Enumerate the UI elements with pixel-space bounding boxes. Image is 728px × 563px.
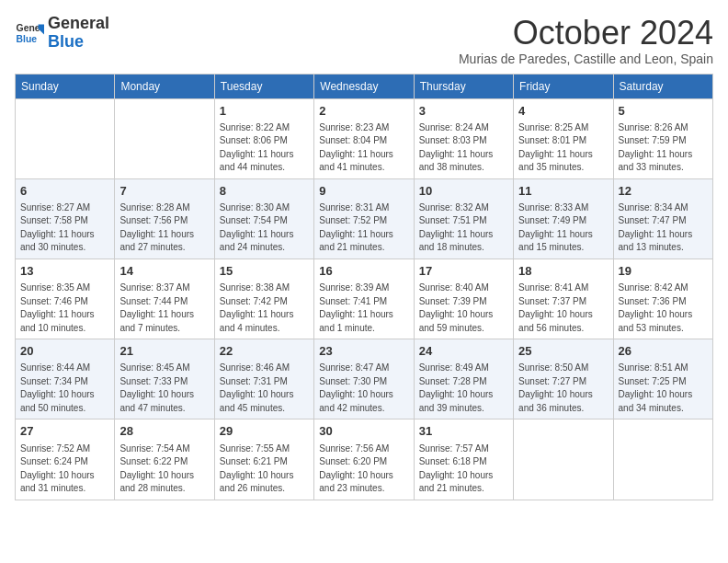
day-number: 31 bbox=[419, 423, 508, 440]
calendar-day-cell: 11Sunrise: 8:33 AMSunset: 7:49 PMDayligh… bbox=[514, 178, 613, 259]
day-number: 28 bbox=[119, 423, 209, 440]
calendar-day-cell bbox=[16, 98, 115, 178]
day-info: Sunrise: 8:30 AMSunset: 7:54 PMDaylight:… bbox=[220, 201, 309, 255]
calendar-header-row: SundayMondayTuesdayWednesdayThursdayFrid… bbox=[16, 74, 713, 98]
calendar-day-cell: 8Sunrise: 8:30 AMSunset: 7:54 PMDaylight… bbox=[214, 178, 313, 259]
calendar-day-cell: 4Sunrise: 8:25 AMSunset: 8:01 PMDaylight… bbox=[514, 98, 613, 178]
calendar-day-cell: 16Sunrise: 8:39 AMSunset: 7:41 PMDayligh… bbox=[314, 259, 414, 339]
calendar-body: 1Sunrise: 8:22 AMSunset: 8:06 PMDaylight… bbox=[16, 98, 713, 500]
calendar-day-cell: 25Sunrise: 8:50 AMSunset: 7:27 PMDayligh… bbox=[514, 339, 613, 419]
day-info: Sunrise: 8:39 AMSunset: 7:41 PMDaylight:… bbox=[319, 282, 408, 335]
calendar-day-cell bbox=[514, 419, 613, 500]
calendar-day-cell: 17Sunrise: 8:40 AMSunset: 7:39 PMDayligh… bbox=[414, 259, 513, 339]
day-number: 21 bbox=[119, 343, 209, 360]
day-number: 15 bbox=[220, 263, 309, 280]
day-info: Sunrise: 8:46 AMSunset: 7:31 PMDaylight:… bbox=[220, 362, 309, 415]
day-number: 18 bbox=[518, 263, 608, 280]
day-info: Sunrise: 8:40 AMSunset: 7:39 PMDaylight:… bbox=[419, 282, 508, 335]
day-info: Sunrise: 8:27 AMSunset: 7:58 PMDaylight:… bbox=[20, 201, 109, 255]
day-number: 30 bbox=[319, 423, 408, 440]
day-number: 9 bbox=[319, 183, 408, 200]
weekday-header: Saturday bbox=[613, 74, 712, 98]
title-section: October 2024 Murias de Paredes, Castille… bbox=[459, 15, 713, 66]
day-info: Sunrise: 8:45 AMSunset: 7:33 PMDaylight:… bbox=[119, 362, 209, 415]
day-number: 2 bbox=[319, 103, 408, 120]
logo-icon: General Blue bbox=[15, 18, 44, 48]
calendar-day-cell: 31Sunrise: 7:57 AMSunset: 6:18 PMDayligh… bbox=[414, 419, 513, 500]
day-number: 24 bbox=[419, 343, 508, 360]
day-number: 27 bbox=[20, 423, 109, 440]
calendar-day-cell: 14Sunrise: 8:37 AMSunset: 7:44 PMDayligh… bbox=[115, 259, 214, 339]
day-number: 8 bbox=[220, 183, 309, 200]
day-number: 26 bbox=[619, 343, 708, 360]
day-info: Sunrise: 8:25 AMSunset: 8:01 PMDaylight:… bbox=[518, 121, 608, 175]
calendar-day-cell: 26Sunrise: 8:51 AMSunset: 7:25 PMDayligh… bbox=[613, 339, 712, 419]
day-info: Sunrise: 7:52 AMSunset: 6:24 PMDaylight:… bbox=[20, 442, 109, 496]
calendar-week-row: 27Sunrise: 7:52 AMSunset: 6:24 PMDayligh… bbox=[16, 419, 713, 500]
calendar-day-cell: 5Sunrise: 8:26 AMSunset: 7:59 PMDaylight… bbox=[613, 98, 712, 178]
day-info: Sunrise: 8:34 AMSunset: 7:47 PMDaylight:… bbox=[619, 201, 708, 255]
weekday-header: Thursday bbox=[414, 74, 513, 98]
day-number: 29 bbox=[220, 423, 309, 440]
calendar-day-cell: 12Sunrise: 8:34 AMSunset: 7:47 PMDayligh… bbox=[613, 178, 712, 259]
day-info: Sunrise: 7:54 AMSunset: 6:22 PMDaylight:… bbox=[119, 442, 209, 496]
weekday-header: Friday bbox=[514, 74, 613, 98]
day-number: 10 bbox=[419, 183, 508, 200]
calendar-day-cell: 2Sunrise: 8:23 AMSunset: 8:04 PMDaylight… bbox=[314, 98, 414, 178]
day-info: Sunrise: 8:35 AMSunset: 7:46 PMDaylight:… bbox=[20, 282, 109, 335]
day-info: Sunrise: 8:31 AMSunset: 7:52 PMDaylight:… bbox=[319, 201, 408, 255]
day-number: 4 bbox=[518, 103, 608, 120]
calendar-day-cell: 19Sunrise: 8:42 AMSunset: 7:36 PMDayligh… bbox=[613, 259, 712, 339]
calendar-day-cell: 22Sunrise: 8:46 AMSunset: 7:31 PMDayligh… bbox=[214, 339, 313, 419]
weekday-header: Sunday bbox=[16, 74, 115, 98]
calendar-day-cell: 13Sunrise: 8:35 AMSunset: 7:46 PMDayligh… bbox=[16, 259, 115, 339]
day-number: 17 bbox=[419, 263, 508, 280]
calendar-week-row: 1Sunrise: 8:22 AMSunset: 8:06 PMDaylight… bbox=[16, 98, 713, 178]
day-info: Sunrise: 8:47 AMSunset: 7:30 PMDaylight:… bbox=[319, 362, 408, 415]
logo-blue-text: Blue bbox=[48, 32, 84, 51]
day-number: 5 bbox=[619, 103, 708, 120]
calendar-day-cell: 20Sunrise: 8:44 AMSunset: 7:34 PMDayligh… bbox=[16, 339, 115, 419]
day-number: 6 bbox=[20, 183, 109, 200]
day-info: Sunrise: 8:50 AMSunset: 7:27 PMDaylight:… bbox=[518, 362, 608, 415]
calendar-week-row: 20Sunrise: 8:44 AMSunset: 7:34 PMDayligh… bbox=[16, 339, 713, 419]
day-info: Sunrise: 8:49 AMSunset: 7:28 PMDaylight:… bbox=[419, 362, 508, 415]
day-number: 23 bbox=[319, 343, 408, 360]
day-info: Sunrise: 8:33 AMSunset: 7:49 PMDaylight:… bbox=[518, 201, 608, 255]
calendar-day-cell: 10Sunrise: 8:32 AMSunset: 7:51 PMDayligh… bbox=[414, 178, 513, 259]
calendar-day-cell: 24Sunrise: 8:49 AMSunset: 7:28 PMDayligh… bbox=[414, 339, 513, 419]
day-info: Sunrise: 8:51 AMSunset: 7:25 PMDaylight:… bbox=[619, 362, 708, 415]
calendar-day-cell: 1Sunrise: 8:22 AMSunset: 8:06 PMDaylight… bbox=[214, 98, 313, 178]
calendar-day-cell bbox=[115, 98, 214, 178]
day-info: Sunrise: 8:22 AMSunset: 8:06 PMDaylight:… bbox=[220, 121, 309, 175]
day-info: Sunrise: 8:38 AMSunset: 7:42 PMDaylight:… bbox=[220, 282, 309, 335]
calendar-day-cell bbox=[613, 419, 712, 500]
day-number: 11 bbox=[518, 183, 608, 200]
calendar-week-row: 13Sunrise: 8:35 AMSunset: 7:46 PMDayligh… bbox=[16, 259, 713, 339]
day-number: 20 bbox=[20, 343, 109, 360]
day-info: Sunrise: 8:24 AMSunset: 8:03 PMDaylight:… bbox=[419, 121, 508, 175]
logo-general-text: General bbox=[48, 14, 109, 32]
calendar-day-cell: 6Sunrise: 8:27 AMSunset: 7:58 PMDaylight… bbox=[16, 178, 115, 259]
calendar-day-cell: 29Sunrise: 7:55 AMSunset: 6:21 PMDayligh… bbox=[214, 419, 313, 500]
location-subtitle: Murias de Paredes, Castille and Leon, Sp… bbox=[459, 52, 713, 66]
day-info: Sunrise: 8:37 AMSunset: 7:44 PMDaylight:… bbox=[119, 282, 209, 335]
day-number: 16 bbox=[319, 263, 408, 280]
svg-text:Blue: Blue bbox=[17, 33, 38, 43]
day-info: Sunrise: 7:55 AMSunset: 6:21 PMDaylight:… bbox=[220, 442, 309, 496]
day-number: 1 bbox=[220, 103, 309, 120]
calendar-day-cell: 23Sunrise: 8:47 AMSunset: 7:30 PMDayligh… bbox=[314, 339, 414, 419]
month-title: October 2024 bbox=[459, 15, 713, 52]
day-number: 14 bbox=[119, 263, 209, 280]
day-info: Sunrise: 7:56 AMSunset: 6:20 PMDaylight:… bbox=[319, 442, 408, 496]
day-number: 7 bbox=[119, 183, 209, 200]
day-info: Sunrise: 7:57 AMSunset: 6:18 PMDaylight:… bbox=[419, 442, 508, 496]
calendar-week-row: 6Sunrise: 8:27 AMSunset: 7:58 PMDaylight… bbox=[16, 178, 713, 259]
logo: General Blue General Blue bbox=[15, 15, 109, 52]
day-number: 22 bbox=[220, 343, 309, 360]
calendar-day-cell: 3Sunrise: 8:24 AMSunset: 8:03 PMDaylight… bbox=[414, 98, 513, 178]
day-info: Sunrise: 8:28 AMSunset: 7:56 PMDaylight:… bbox=[119, 201, 209, 255]
day-number: 25 bbox=[518, 343, 608, 360]
calendar-day-cell: 18Sunrise: 8:41 AMSunset: 7:37 PMDayligh… bbox=[514, 259, 613, 339]
day-info: Sunrise: 8:32 AMSunset: 7:51 PMDaylight:… bbox=[419, 201, 508, 255]
